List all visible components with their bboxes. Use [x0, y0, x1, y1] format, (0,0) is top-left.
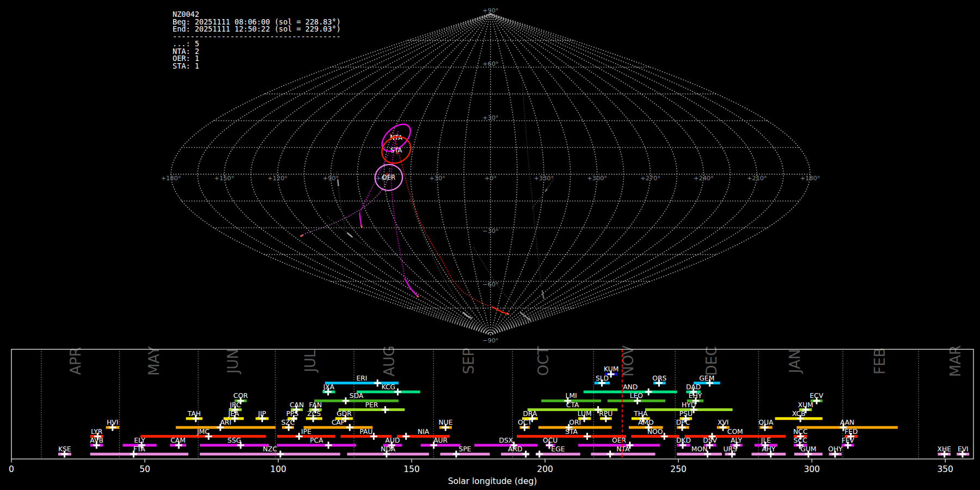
meteor-track-solid-sporadic: [546, 189, 547, 191]
x-tick-label: 0: [9, 464, 14, 474]
meteor-end-mark-NTA: [418, 296, 418, 297]
month-label-AUG: AUG: [381, 346, 397, 377]
sky-dec-label: −30°: [482, 228, 499, 235]
meteor-track-dotted-sporadic: [532, 180, 553, 209]
activity-label-JLE: JLE: [761, 437, 771, 444]
meteor-track-solid-NTA: [360, 213, 362, 226]
sky-ra-label: +120°: [267, 175, 287, 182]
activity-label-PAU: PAU: [359, 428, 372, 436]
activity-label-KSE: KSE: [58, 445, 71, 453]
activity-label-GEM: GEM: [699, 375, 714, 382]
activity-label-COR: COR: [234, 392, 248, 400]
activity-label-EHY: EHY: [689, 392, 702, 400]
activity-peak-PCA: [325, 442, 332, 449]
activity-label-FEV: FEV: [842, 437, 855, 444]
sky-ra-label: +90°: [323, 175, 339, 182]
x-tick-label: 250: [670, 464, 687, 474]
activity-label-AMO: AMO: [638, 419, 654, 426]
activity-peak-AND: [645, 388, 652, 395]
activity-label-THA: THA: [633, 410, 648, 418]
activity-label-LUM: LUM: [578, 410, 592, 418]
activity-label-SDA: SDA: [350, 392, 364, 400]
activity-peak-PER: [382, 406, 389, 413]
activity-label-DSX: DSX: [499, 437, 513, 444]
activity-label-XVI: XVI: [718, 419, 728, 426]
meteor-end-mark-NTA: [362, 226, 362, 227]
activity-label-CTA: CTA: [566, 401, 579, 409]
activity-peak-CAP: [346, 424, 353, 431]
activity-label-SPE: SPE: [459, 445, 471, 453]
sky-ra-label: +180°: [161, 175, 181, 182]
activity-label-DPC: DPC: [676, 419, 690, 426]
meteor-track-dotted-sporadic: [522, 76, 542, 287]
meteor-tracks: [301, 76, 553, 320]
meteor-track-solid-sporadic: [347, 233, 352, 237]
activity-label-AAN: AAN: [840, 419, 854, 426]
month-label-MAY: MAY: [146, 346, 162, 376]
month-label-MAR: MAR: [947, 345, 964, 377]
activity-label-XHE: XHE: [937, 445, 951, 453]
activity-label-NOO: NOO: [647, 428, 663, 436]
observation-summary: NZ0042 Beg: 20251111 08:06:00 (sol = 228…: [173, 11, 341, 70]
activity-label-QUA: QUA: [758, 419, 774, 426]
activity-label-LMI: LMI: [566, 392, 577, 400]
activity-bar-PCA: [277, 444, 356, 446]
activity-label-CAM: CAM: [170, 437, 186, 444]
activity-label-COM: COM: [727, 428, 743, 436]
activity-label-CAP: CAP: [332, 419, 345, 426]
activity-label-LEO: LEO: [630, 392, 643, 400]
activity-label-GDR: GDR: [336, 410, 352, 418]
activity-label-IPE: IPE: [301, 428, 311, 436]
activity-label-KUM: KUM: [604, 365, 618, 373]
activity-peak-NTA: [607, 451, 614, 458]
activity-label-PSU: PSU: [679, 410, 693, 418]
x-axis-title: Solar longitude (deg): [448, 476, 537, 486]
activity-label-AUD: AUD: [385, 437, 400, 444]
activity-bar-KCG: [357, 390, 420, 393]
activity-label-DSV: DSV: [703, 437, 717, 444]
activity-label-AND: AND: [623, 383, 638, 391]
activity-label-AHY: AHY: [762, 445, 776, 453]
activity-label-OER: OER: [612, 437, 626, 444]
sky-ra-label: +330°: [534, 175, 554, 182]
activity-label-OHY: OHY: [828, 445, 843, 453]
month-label-OCT: OCT: [535, 346, 552, 376]
activity-label-AUR: AUR: [433, 437, 448, 444]
activity-label-ERI: ERI: [356, 375, 367, 382]
activity-label-SSG: SSG: [228, 437, 241, 444]
month-label-DEC: DEC: [703, 346, 720, 376]
sky-ra-label: +240°: [694, 175, 714, 182]
activity-bar-DSX: [474, 444, 537, 446]
activity-bar-JMC: [140, 435, 266, 438]
activity-label-ELY: ELY: [134, 437, 145, 444]
activity-label-ECV: ECV: [810, 392, 823, 400]
activity-label-NUE: NUE: [439, 419, 453, 426]
activity-label-DRA: DRA: [523, 410, 537, 418]
month-label-FEB: FEB: [872, 347, 888, 374]
x-tick-label: 150: [403, 464, 420, 474]
activity-label-SZC: SZC: [281, 419, 295, 426]
activity-label-NIA: NIA: [418, 428, 430, 436]
activity-label-EVI: EVI: [958, 445, 969, 453]
activity-label-JMC: JMC: [197, 428, 210, 436]
activity-peak-STA: [584, 433, 591, 440]
activity-label-XCB: XCB: [792, 410, 806, 418]
radiant-map-screenshot: +180°+150°+120°+90°+60°+30°+0°+330°+300°…: [0, 0, 980, 490]
x-tick-label: 350: [937, 464, 953, 474]
activity-label-GUM: GUM: [800, 445, 816, 453]
sky-dec-label: +90°: [482, 7, 499, 14]
x-tick-label: 200: [537, 464, 553, 474]
activity-label-ARD: ARD: [508, 445, 522, 453]
sky-dec-label: −60°: [482, 281, 499, 288]
activity-label-OCT: OCT: [518, 419, 532, 426]
activity-label-NZC: NZC: [263, 445, 277, 453]
activity-label-FED: FED: [844, 428, 857, 436]
activity-label-EGE: EGE: [551, 445, 565, 453]
activity-peak-NIA: [402, 433, 409, 440]
activity-label-XUM: XUM: [798, 401, 813, 409]
activity-label-ORS: ORS: [652, 375, 666, 382]
radiant-label-OER: OER: [382, 174, 395, 181]
activity-peak-EGE: [536, 451, 543, 458]
activity-bar-STA: [517, 435, 626, 438]
activity-label-HVI: HVI: [107, 419, 118, 426]
